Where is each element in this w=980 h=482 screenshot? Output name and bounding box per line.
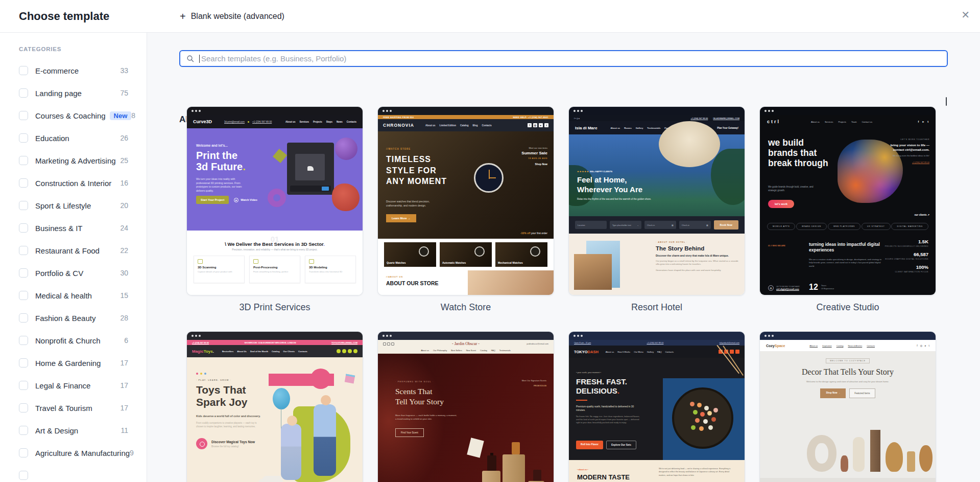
category-checkbox[interactable] [19, 426, 28, 435]
template-preview[interactable]: f ▪ ◎ ▸ +1 (234) 567 89 00ISLADIMARE@EMA… [568, 106, 745, 295]
category-checkbox[interactable] [19, 268, 28, 278]
template-preview[interactable]: ctrl About usServicesProjectsTeamContact… [759, 106, 936, 295]
process-icon [253, 259, 258, 264]
t4-hero: we buildbrands thatbreak through We guid… [760, 128, 936, 219]
template-preview[interactable]: Curve3D 3d.print@email.com+1 (234) 567 8… [186, 106, 363, 295]
t6-nav: About usOur PhilosophyBest SellersNew Sc… [378, 348, 554, 354]
t2-cta-button: Learn More → [386, 214, 416, 222]
template-preview[interactable]: FREE SHIPPING FROM $50NEED HELP: +1 (234… [377, 106, 554, 295]
template-preview[interactable]: - Jardin Obscur - jardinobscur@email.com… [377, 331, 554, 482]
sidebar-item-portfolio-cv[interactable]: Portfolio & CV30 [0, 262, 147, 284]
pink-circle [310, 369, 331, 389]
category-checkbox[interactable] [19, 246, 28, 255]
sphere-illustration [335, 137, 357, 160]
category-checkbox[interactable] [19, 471, 28, 480]
sidebar-item-nonprofit-church[interactable]: Nonprofit & Church6 [0, 329, 147, 352]
t2-logo: CHRONOVIA [383, 123, 414, 128]
category-checkbox[interactable] [19, 111, 28, 120]
sidebar-item-landing-page[interactable]: Landing page75 [0, 82, 147, 104]
t4-logo: ctrl [767, 119, 780, 124]
blank-website-label: Blank website (advanced) [191, 12, 284, 21]
card-illustration [467, 438, 484, 457]
category-checkbox[interactable] [19, 178, 28, 188]
gift-illustration [345, 374, 355, 384]
sidebar-item-education[interactable]: Education26 [0, 127, 147, 149]
category-checkbox[interactable] [19, 381, 28, 390]
t1-services-section: 01 \ We Deliver the Best Services in 3D … [187, 231, 363, 295]
vase-illustration [886, 442, 903, 472]
sidebar-item-agriculture-manufacturing[interactable]: Agriculture & Manufacturing9 [0, 442, 147, 464]
category-checkbox[interactable] [19, 448, 28, 457]
template-preview[interactable]: Open 8 am - 11 pm+1 (234) 567 89 00tokyo… [568, 331, 745, 482]
template-preview[interactable]: CozySpace About usInspirationCatalogNews… [759, 331, 936, 482]
service-pill: DIGITAL MARKETING [891, 223, 928, 230]
sidebar-item-partial[interactable] [0, 464, 147, 482]
sidebar-item-legal-finance[interactable]: Legal & Finance17 [0, 374, 147, 397]
sidebar-item-home-gardening[interactable]: Home & Gardening17 [0, 352, 147, 374]
sidebar-item-restaurant-food[interactable]: Restaurant & Food22 [0, 239, 147, 262]
sidebar-item-ecommerce[interactable]: E-commerce33 [0, 59, 147, 82]
template-name: Creative Studio [759, 302, 936, 313]
dialog-header: Choose template + Blank website (advance… [0, 0, 980, 33]
sidebar-item-travel-tourism[interactable]: Travel & Tourism17 [0, 397, 147, 419]
close-icon[interactable]: ✕ [961, 9, 970, 21]
template-preview[interactable]: +1 (234) 567 89 00SHOWROOM: 123A EGREMON… [186, 331, 363, 482]
sidebar-item-construction-interior[interactable]: Construction & Interior16 [0, 172, 147, 194]
service-pill: UX STRATEGY [862, 223, 891, 230]
sidebar-item-medical-health[interactable]: Medical & health15 [0, 284, 147, 307]
search-input[interactable] [200, 54, 941, 63]
category-checkbox[interactable] [19, 223, 28, 233]
perfume-bottle [512, 442, 520, 454]
templates-panel: All templates (329) Curve3D 3d.print@ema… [147, 33, 980, 482]
t6-logo: - Jardin Obscur - [378, 341, 554, 346]
sidebar-item-business-it[interactable]: Business & IT24 [0, 217, 147, 239]
browser-chrome [569, 332, 745, 340]
category-checkbox[interactable] [19, 156, 28, 165]
t8-nav: About usInspirationCatalogNews & Article… [809, 345, 875, 347]
umbrella-illustration [659, 121, 720, 167]
t5-hero: · PLAY. LEARN. GROW · Toys ThatSpark Joy… [187, 357, 363, 482]
plus-icon: + [180, 11, 186, 21]
sidebar-item-marketing-advertising[interactable]: Marketing & Advertising25 [0, 149, 147, 172]
palm-illustration [711, 149, 745, 205]
page-title: Choose template [19, 10, 109, 23]
booking-field: Check-in▦ [644, 221, 676, 229]
template-card-creative-studio: ctrl About usServicesProjectsTeamContact… [759, 106, 936, 313]
social-icons: f◎▸t [917, 344, 929, 347]
browser-chrome [760, 107, 936, 115]
category-checkbox[interactable] [19, 313, 28, 323]
t7-logo: TOKYODASH [574, 350, 599, 354]
sidebar-item-courses-coaching[interactable]: Courses & CoachingNew8 [0, 104, 147, 127]
browser-chrome [187, 107, 363, 115]
category-checkbox[interactable] [19, 201, 28, 210]
category-checkbox[interactable] [19, 291, 28, 300]
t1-cta-button: Start Your Project [196, 196, 229, 204]
vase-illustration [870, 430, 880, 472]
category-checkbox[interactable] [19, 88, 28, 98]
t7-hero: • your sushi, your moment • FRESH. FAST.… [569, 358, 745, 460]
category-checkbox[interactable] [19, 358, 28, 368]
template-name: Watch Store [377, 302, 554, 313]
category-checkbox[interactable] [19, 336, 28, 345]
blank-website-button[interactable]: + Blank website (advanced) [180, 0, 284, 33]
podium [503, 454, 525, 482]
search-box[interactable] [179, 50, 948, 67]
t1-header: Curve3D 3d.print@email.com+1 (234) 567 8… [187, 115, 363, 128]
t7-secondary-button: Explore Our Sets [606, 441, 636, 449]
sidebar-item-art-design[interactable]: Art & Design11 [0, 419, 147, 442]
t5-logo: MagicToys. [192, 349, 214, 354]
browser-chrome [187, 332, 363, 340]
kid-photo [281, 424, 301, 480]
scrollbar-thumb[interactable] [946, 97, 947, 106]
sidebar-item-sport-lifestyle[interactable]: Sport & Lifestyle20 [0, 194, 147, 217]
category-checkbox[interactable] [19, 403, 28, 412]
template-card-toy-store: +1 (234) 567 89 00SHOWROOM: 123A EGREMON… [186, 331, 363, 482]
sidebar-item-fashion-beauty[interactable]: Fashion & Beauty28 [0, 307, 147, 329]
category-checkbox[interactable] [19, 133, 28, 143]
perfume-bottle [533, 470, 541, 481]
t1-nav: About usServicesProjectsStepsNewsContact… [285, 121, 356, 123]
category-checkbox[interactable] [19, 66, 28, 75]
watch-illustration [474, 163, 504, 193]
t1-hero: Welcome and let's... Print the3d Future.… [187, 128, 363, 231]
vase-illustration [807, 435, 836, 472]
